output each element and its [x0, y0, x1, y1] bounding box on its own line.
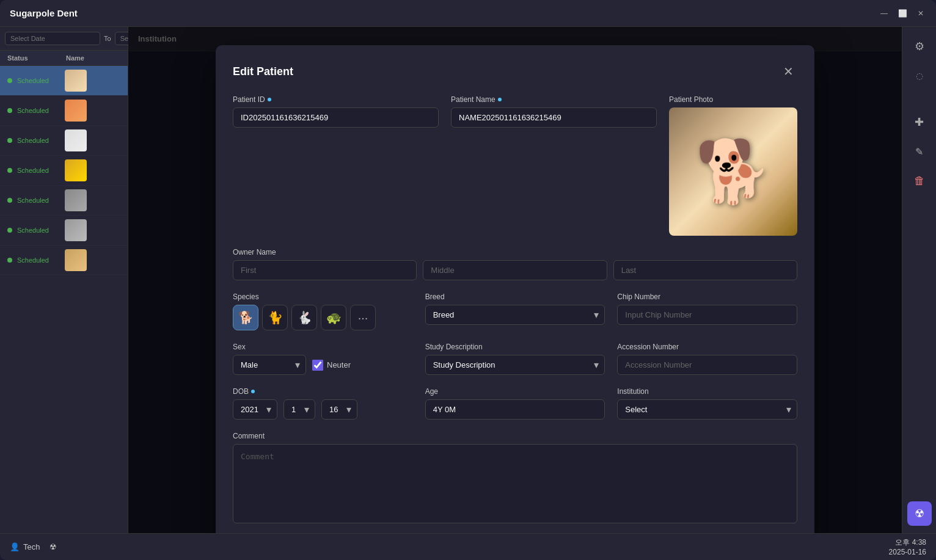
sidebar-item[interactable]: Scheduled [0, 66, 128, 96]
sidebar-item-row: Scheduled [7, 100, 120, 122]
content-area: Institution Edit Patient ✕ Patient ID [128, 27, 902, 533]
bottom-bar: 👤 Tech ☢ 오후 4:38 2025-01-16 [0, 533, 936, 560]
species-buttons: 🐕 🐈 🐇 🐢 ··· [233, 305, 413, 330]
date-to-label: To [104, 35, 111, 42]
close-button[interactable]: ✕ [915, 8, 926, 19]
sidebar-item[interactable]: Scheduled [0, 245, 128, 275]
species-rabbit-button[interactable]: 🐇 [291, 305, 317, 330]
species-turtle-button[interactable]: 🐢 [321, 305, 346, 330]
neuter-label: Neuter [327, 360, 351, 369]
last-name-input[interactable] [613, 260, 797, 280]
breed-select[interactable]: Breed [425, 305, 605, 325]
pet-thumbnail [65, 249, 87, 271]
institution-select-wrapper: Select ▾ [617, 399, 797, 420]
patient-photo[interactable] [669, 107, 797, 236]
chip-number-label: Chip Number [617, 293, 797, 301]
sidebar-item-row: Scheduled [7, 70, 120, 92]
form-row-ids: Patient ID Patient Name [233, 95, 797, 236]
sidebar-item[interactable]: Scheduled [0, 216, 128, 245]
dob-month-select[interactable]: 1 [283, 399, 315, 420]
sidebar-item[interactable]: Scheduled [0, 126, 128, 156]
institution-label: Institution [617, 387, 797, 396]
patient-id-label: Patient ID [233, 95, 439, 104]
sidebar-item[interactable]: Scheduled [0, 186, 128, 216]
sex-select[interactable]: Male Female [233, 355, 306, 375]
species-more-button[interactable]: ··· [350, 305, 376, 330]
loading-button[interactable]: ◌ [907, 64, 932, 88]
age-label: Age [425, 387, 605, 396]
date-from-input[interactable] [5, 32, 100, 45]
dob-year-select[interactable]: 2021 2020 2019 [233, 399, 277, 420]
required-indicator [251, 390, 255, 393]
add-button[interactable]: ✚ [907, 110, 932, 134]
status-label: Scheduled [17, 256, 60, 264]
status-dot [7, 258, 12, 263]
sex-row: Male Female ▾ Neuter [233, 355, 413, 375]
pet-thumbnail [65, 129, 87, 151]
status-dot [7, 138, 12, 143]
title-bar: Sugarpole Dent — ⬜ ✕ [0, 0, 936, 27]
comment-textarea[interactable] [233, 444, 797, 523]
edit-button[interactable]: ✎ [907, 139, 932, 164]
name-column-label: Name [66, 54, 84, 62]
time-display: 오후 4:38 2025-01-16 [889, 537, 926, 556]
pet-thumbnail [65, 189, 87, 211]
date-filter-row: To [0, 27, 128, 51]
edit-patient-modal: Edit Patient ✕ Patient ID [216, 45, 814, 533]
species-cat-button[interactable]: 🐈 [262, 305, 288, 330]
patient-photo-label: Patient Photo [669, 95, 797, 104]
modal-close-button[interactable]: ✕ [779, 62, 797, 81]
gear-button[interactable]: ⚙ [907, 34, 932, 59]
neuter-checkbox: Neuter [312, 360, 351, 371]
status-dot [7, 108, 12, 113]
pet-thumbnail [65, 159, 87, 181]
study-description-select[interactable]: Study Description [425, 355, 605, 375]
middle-name-input[interactable] [423, 260, 607, 280]
study-description-label: Study Description [425, 343, 605, 351]
required-indicator [268, 98, 271, 101]
app-title: Sugarpole Dent [10, 8, 78, 18]
radiation-status: ☢ [49, 542, 57, 551]
title-bar-controls: — ⬜ ✕ [879, 8, 926, 19]
patient-id-input[interactable] [233, 107, 439, 128]
minimize-button[interactable]: — [879, 8, 890, 19]
institution-select[interactable]: Select [617, 399, 797, 420]
first-name-input[interactable] [233, 260, 417, 280]
patient-photo-group: Patient Photo [669, 95, 797, 236]
chip-number-input[interactable] [617, 305, 797, 325]
species-group: Species 🐕 🐈 🐇 🐢 ··· [233, 293, 413, 330]
day-select-wrapper: 16 ▾ [321, 399, 357, 420]
species-dog-button[interactable]: 🐕 [233, 305, 258, 330]
sidebar-item[interactable]: Scheduled [0, 96, 128, 126]
breed-label: Breed [425, 293, 605, 301]
accession-number-input[interactable] [617, 355, 797, 375]
sidebar-item-row: Scheduled [7, 189, 120, 211]
user-icon: 👤 [10, 542, 20, 551]
sidebar-item[interactable]: Scheduled [0, 156, 128, 186]
institution-group: Institution Select ▾ [617, 387, 797, 420]
neuter-checkbox-input[interactable] [312, 360, 323, 371]
dob-group: DOB 2021 2020 2019 ▾ [233, 387, 413, 420]
sidebar-item-row: Scheduled [7, 159, 120, 181]
owner-name-inputs [233, 260, 797, 280]
delete-icon: 🗑 [914, 175, 925, 187]
owner-name-label: Owner Name [233, 248, 797, 256]
sex-group: Sex Male Female ▾ [233, 343, 413, 375]
patient-name-label: Patient Name [451, 95, 657, 104]
gear-icon: ⚙ [915, 40, 924, 53]
delete-button[interactable]: 🗑 [907, 169, 932, 193]
status-dot [7, 198, 12, 203]
sidebar-item-row: Scheduled [7, 129, 120, 151]
sidebar-left: To Status Name Scheduled Scheduled [0, 27, 128, 533]
dob-day-select[interactable]: 16 [321, 399, 357, 420]
user-info: 👤 Tech [10, 542, 40, 551]
maximize-button[interactable]: ⬜ [897, 8, 908, 19]
year-select-wrapper: 2021 2020 2019 ▾ [233, 399, 277, 420]
main-layout: To Status Name Scheduled Scheduled [0, 27, 936, 533]
patient-name-input[interactable] [451, 107, 657, 128]
species-label: Species [233, 293, 413, 301]
age-input[interactable] [425, 399, 605, 420]
status-label: Scheduled [17, 77, 60, 84]
radiation-button[interactable]: ☢ [907, 501, 932, 526]
edit-icon: ✎ [915, 146, 923, 158]
